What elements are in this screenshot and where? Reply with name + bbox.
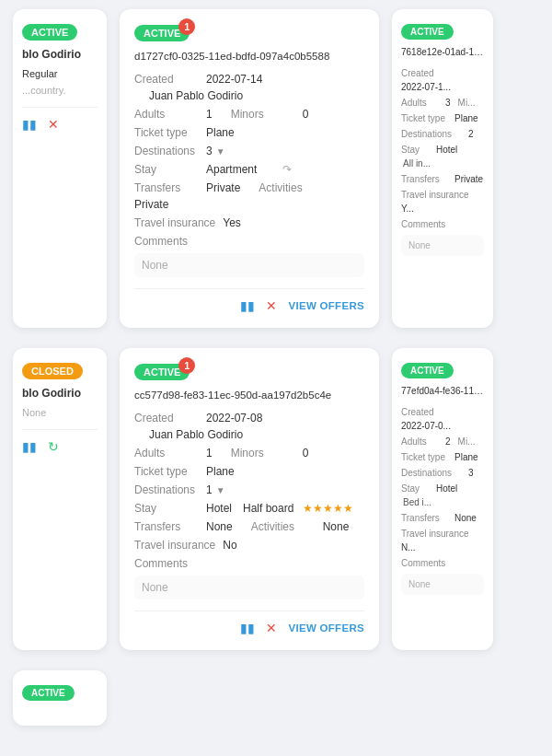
stay-value: Hotel (436, 483, 457, 494)
ticket-type-row: Ticket type Plane (134, 465, 364, 478)
cards-row-1: ACTIVE blo Godirio Regular ...country. ▮… (0, 0, 552, 337)
adults-row: Adults 3 Mi... (401, 98, 484, 108)
refresh-button[interactable]: ↻ (48, 439, 59, 454)
destinations-label: Destinations (401, 468, 461, 478)
stay-row: Stay Apartment ↷ (134, 163, 364, 176)
minors-value: 0 (303, 447, 309, 459)
created-row: Created 2022-07-08 Juan Pablo Godirio (134, 412, 364, 441)
created-row: Created 2022-07-14 Juan Pablo Godirio (134, 73, 364, 102)
owner-row: blo Godirio (22, 387, 98, 400)
close-button[interactable]: ✕ (48, 117, 59, 132)
pause-button[interactable]: ▮▮ (22, 439, 37, 454)
cards-row-2: CLOSED blo Godirio None ▮▮ ↻ ACTIVE 1 cc… (0, 339, 552, 659)
comment-value: None (401, 235, 484, 256)
view-offers-button[interactable]: VIEW OFFERS (288, 300, 364, 311)
stars-rating: ★★★★★ (303, 502, 353, 515)
card-footer-left-2: ▮▮ ↻ (22, 429, 98, 454)
card-partial-bottom: ACTIVE (13, 670, 107, 726)
chevron-down-icon[interactable]: ▼ (216, 146, 225, 157)
card-main-1: ACTIVE 1 d1727cf0-0325-11ed-bdfd-097a4c0… (120, 9, 379, 328)
card-id: cc577d98-fe83-11ec-950d-aa197d2b5c4e (134, 390, 364, 401)
created-row: Created 2022-07-1... (401, 68, 484, 92)
created-date: 2022-07-1... (401, 82, 451, 92)
pause-button[interactable]: ▮▮ (240, 621, 255, 635)
pause-button[interactable]: ▮▮ (22, 117, 37, 132)
stay-label: Stay (134, 502, 199, 515)
destinations-count: 2 (468, 129, 474, 139)
card-partial-right-2: ACTIVE 77efd0a4-fe36-11ec-9... Created 2… (392, 348, 493, 650)
transfers-value: None (206, 520, 233, 533)
created-user: Juan Pablo Godirio (149, 89, 243, 102)
ticket-type-value: Plane (206, 126, 235, 139)
adults-value: 1 (206, 108, 213, 121)
created-label: Created (401, 407, 447, 417)
card-partial-right-1: ACTIVE 7618e12e-01ad-11ed- Created 2022-… (392, 9, 493, 328)
transfers-label: Transfers (401, 513, 447, 523)
stay-value: Apartment (206, 163, 257, 176)
transfers-label: Transfers (401, 174, 447, 184)
insurance-row: Travel insurance N... (401, 529, 484, 552)
stay-extra: All in... (403, 158, 431, 169)
insurance-value: Yes (223, 216, 241, 229)
stay-value: Hotel (206, 502, 232, 515)
created-label: Created (134, 412, 199, 425)
destinations-row: Destinations 2 (401, 129, 484, 139)
created-user: Juan Pablo Godirio (149, 428, 243, 441)
stay-row: Stay Hotel Half board ★★★★★ (134, 502, 364, 515)
transfers-value: Private (454, 174, 483, 184)
comments-row: Comments (134, 235, 364, 248)
pause-button[interactable]: ▮▮ (240, 298, 255, 313)
stay-row: Stay Hotel All in... (401, 145, 484, 169)
close-button[interactable]: ✕ (266, 621, 277, 635)
insurance-value: No (223, 539, 236, 552)
minors-label: Mi... (458, 98, 476, 108)
ticket-type-label: Ticket type (401, 452, 447, 462)
destinations-row: Destinations 3 (401, 468, 484, 478)
ticket-type-value: Plane (454, 113, 478, 123)
comments-row: Comments (401, 219, 484, 229)
card-footer-left-1: ▮▮ ✕ (22, 107, 98, 132)
created-row: Created 2022-07-0... (401, 407, 484, 431)
status-badge: CLOSED (22, 363, 83, 379)
adults-label: Adults (134, 108, 199, 121)
created-date: 2022-07-0... (401, 421, 451, 431)
card-footer-main-1: ▮▮ ✕ VIEW OFFERS (134, 288, 364, 313)
ticket-type-row: Ticket type Plane (401, 452, 484, 462)
destinations-row: Destinations 3 ▼ (134, 145, 364, 157)
stay-label: Stay (401, 145, 429, 155)
card-main-2: ACTIVE 1 cc577d98-fe83-11ec-950d-aa197d2… (120, 348, 379, 650)
card-partial-left-1: ACTIVE blo Godirio Regular ...country. ▮… (13, 9, 107, 328)
status-badge: ACTIVE (401, 363, 454, 378)
status-badge: ACTIVE (401, 24, 454, 40)
view-offers-button[interactable]: VIEW OFFERS (288, 622, 364, 634)
cursor-icon: ↷ (282, 163, 292, 176)
card-id-partial: 7618e12e-01ad-11ed- (401, 47, 484, 57)
stay-extra: Half board (243, 502, 293, 515)
card-id: d1727cf0-0325-11ed-bdfd-097a4c0b5588 (134, 51, 364, 62)
cards-row-3: ACTIVE (0, 661, 552, 735)
ticket-type-label: Ticket type (401, 113, 447, 123)
transfers-value: Private (206, 181, 240, 194)
note-text: ...country. (22, 85, 65, 96)
insurance-label: Travel insurance (401, 190, 469, 200)
created-label: Created (134, 73, 199, 86)
card-partial-left-2: CLOSED blo Godirio None ▮▮ ↻ (13, 348, 107, 650)
ticket-type-row: Ticket type Plane (401, 113, 484, 123)
adults-label: Adults (401, 98, 438, 108)
comments-label: Comments (401, 558, 447, 568)
notification-dot: 1 (178, 18, 195, 35)
ticket-type-row: Ticket type Plane (134, 126, 364, 139)
destinations-count: 3 (468, 468, 474, 478)
status-badge: ACTIVE (22, 24, 77, 41)
transfers-label: Transfers (134, 181, 199, 194)
notification-dot: 1 (178, 357, 195, 374)
adults-label: Adults (401, 436, 438, 447)
close-button[interactable]: ✕ (266, 298, 277, 313)
stay-row: Stay Hotel Bed i... (401, 483, 484, 507)
stay-label: Stay (401, 483, 429, 494)
price-type: Regular (22, 68, 58, 79)
insurance-label: Travel insurance (134, 216, 215, 229)
ticket-type-label: Ticket type (134, 465, 199, 478)
chevron-down-icon[interactable]: ▼ (216, 485, 225, 495)
owner-name: blo Godirio (22, 387, 81, 400)
